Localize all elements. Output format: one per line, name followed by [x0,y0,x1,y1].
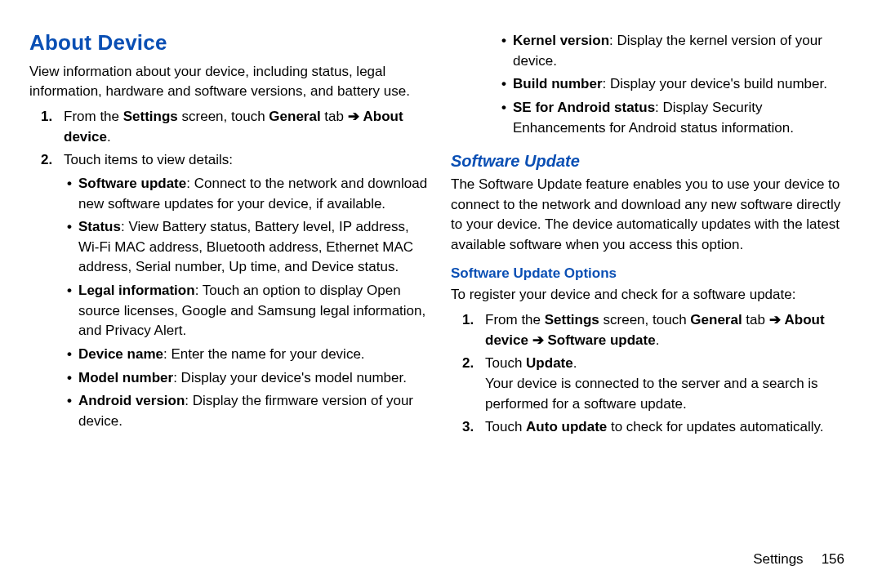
step-number: 1. [41,107,52,127]
step-text: From the Settings screen, touch General … [485,312,825,348]
arrow-icon: ➔ [348,109,359,124]
software-update-options-intro: To register your device and check for a … [451,285,853,305]
page-footer: Settings156 [753,550,844,570]
software-update-steps: 1. From the Settings screen, touch Gener… [451,310,853,438]
step-number: 3. [462,417,474,438]
arrow-icon: ➔ [532,332,544,348]
step-body: Your device is connected to the server a… [485,374,853,414]
list-item-device-name: Device name: Enter the name for your dev… [78,345,431,365]
software-update-options-heading: Software Update Options [451,264,853,284]
list-item-build: Build number: Display your device's buil… [513,74,853,95]
list-item-model-number: Model number: Display your device's mode… [78,368,431,389]
left-column: About Device View information about your… [29,28,431,588]
manual-page: About Device View information about your… [0,0,882,588]
step-number: 1. [462,310,474,331]
step-1: 1. From the Settings screen, touch Gener… [485,310,853,350]
step-2: 2. Touch Update. Your device is connecte… [485,354,853,414]
list-item-android-version: Android version: Display the firmware ve… [78,391,431,431]
step-text: From the Settings screen, touch General … [64,109,403,145]
step-3: 3. Touch Auto update to check for update… [485,417,853,438]
step-text: Touch items to view details: [64,152,233,167]
step-text: Touch Update. [485,355,577,371]
step-number: 2. [462,354,474,374]
right-column: Kernel version: Display the kernel versi… [451,28,853,588]
arrow-icon: ➔ [769,312,781,327]
list-item-kernel: Kernel version: Display the kernel versi… [513,31,853,71]
details-list-continued: Kernel version: Display the kernel versi… [451,31,853,138]
section-label: Settings [753,551,803,567]
software-update-heading: Software Update [451,149,853,173]
about-device-steps: 1. From the Settings screen, touch Gener… [29,107,431,432]
details-list: Software update: Connect to the network … [64,174,431,432]
step-2: 2. Touch items to view details: Software… [64,150,431,431]
step-1: 1. From the Settings screen, touch Gener… [64,107,431,147]
about-device-heading: About Device [29,28,431,59]
step-text: Touch Auto update to check for updates a… [485,419,823,434]
software-update-intro: The Software Update feature enables you … [451,175,853,256]
list-item-legal: Legal information: Touch an option to di… [78,281,431,341]
list-item-se-android: SE for Android status: Display Security … [513,98,853,138]
list-item-status: Status: View Battery status, Battery lev… [78,217,431,278]
step-number: 2. [41,150,52,171]
list-item-software-update: Software update: Connect to the network … [78,174,431,214]
about-device-intro: View information about your device, incl… [29,62,431,102]
page-number: 156 [822,551,844,567]
